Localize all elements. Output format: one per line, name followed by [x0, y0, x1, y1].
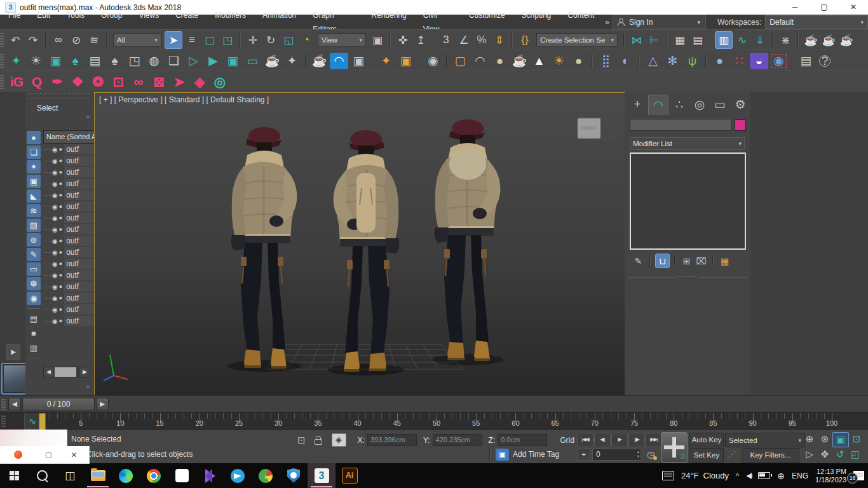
floating-mini-window[interactable]: ▢ ✕ — [0, 430, 90, 464]
workspaces-dropdown[interactable]: Default ▾ — [765, 15, 868, 29]
start-button[interactable] — [0, 463, 28, 488]
render-production-icon[interactable]: ☕ — [838, 32, 855, 48]
named-selection-sets-dropdown[interactable]: Create Selection Se▾ — [536, 33, 618, 47]
taskbar-kmplayer[interactable] — [196, 463, 224, 488]
taskbar-illustrator[interactable] — [336, 463, 363, 488]
tab-hierarchy[interactable]: ∴ — [670, 95, 689, 114]
visibility-eye-icon[interactable]: ◉ — [52, 249, 58, 256]
toggle-ribbon-icon[interactable]: ▥ — [715, 31, 733, 49]
go-to-end-button[interactable]: ▶▶| — [646, 433, 662, 447]
zoom-extents-icon[interactable]: ▣ — [832, 432, 849, 447]
toolbar-drag-handle[interactable] — [0, 32, 4, 48]
help-icon[interactable]: ? — [819, 55, 831, 67]
keyboard-shortcut-override-icon[interactable]: ↥ — [412, 32, 429, 48]
visibility-eye-icon[interactable]: ◉ — [52, 146, 58, 153]
isolate-selection-icon[interactable]: ⊡ — [297, 435, 306, 446]
scene-object-row[interactable]: ◉●outf — [43, 155, 94, 166]
make-unique-icon[interactable]: ⊞ — [680, 254, 693, 268]
add-time-tag[interactable]: ▣ Add Time Tag — [489, 448, 559, 461]
scene-object-row[interactable]: ◉●outf — [43, 315, 94, 327]
taskbar-hotspot-shield[interactable] — [280, 463, 308, 488]
minimize-button[interactable]: ─ — [780, 0, 810, 15]
color-balls-icon[interactable]: ∷ — [730, 53, 749, 69]
visibility-eye-icon[interactable]: ◉ — [52, 215, 58, 222]
frozen-dot-icon[interactable]: ● — [59, 158, 62, 164]
light-lister-icon[interactable]: ✦ — [377, 53, 395, 69]
play-region-icon[interactable]: ▷ — [184, 53, 203, 69]
select-and-manipulate-icon[interactable]: ✜ — [395, 32, 411, 48]
current-frame-field[interactable]: 0 ▴▾ — [592, 449, 641, 461]
flyout-arrow-button[interactable]: ▶ — [6, 344, 20, 360]
scene-object-row[interactable]: ◉●outf — [43, 281, 94, 292]
taskbar-file-explorer[interactable] — [84, 463, 112, 488]
select-and-rotate-icon[interactable]: ↻ — [262, 32, 279, 48]
viewport-label[interactable]: [ + ] [ Perspective ] [ Standard ] [ Def… — [99, 95, 269, 104]
curve-editor-icon[interactable]: ∿ — [734, 32, 750, 48]
previous-frame-button[interactable]: ◀|| — [594, 433, 611, 447]
scene-object-row[interactable]: ◉●outf — [43, 166, 94, 178]
light-icon[interactable]: ✦ — [7, 53, 25, 69]
mini-window-maximize[interactable]: ▢ — [45, 451, 51, 459]
rock-icon[interactable]: ✻ — [663, 53, 682, 69]
select-and-scale-icon[interactable]: ◱ — [280, 32, 297, 48]
snaps-toggle-icon[interactable]: 3 — [438, 32, 454, 48]
scene-object-row[interactable]: ◉●outf — [43, 304, 94, 315]
frozen-dot-icon[interactable]: ● — [59, 272, 62, 278]
scroll-left-arrow[interactable]: ◀ — [44, 367, 53, 377]
select-object-icon[interactable]: ➤ — [165, 31, 182, 49]
volume-icon[interactable]: ◀) — [746, 471, 751, 480]
taskbar-idm[interactable]: ↓ — [252, 463, 280, 488]
physical-camera-icon[interactable]: ◉ — [424, 53, 442, 69]
teapot-khaki-icon[interactable]: ☕ — [263, 53, 281, 69]
sun-positioner-icon[interactable]: ☀ — [27, 53, 45, 69]
zoom-all-icon[interactable]: ⊛ — [817, 432, 832, 446]
next-frame-arrow[interactable]: ▶ — [96, 398, 109, 411]
particle-grid-icon[interactable]: ⣿ — [597, 53, 615, 69]
horizontal-scrollbar[interactable]: ◀ ▶ — [43, 367, 90, 377]
bulb-settings-icon[interactable]: ✦ — [283, 53, 301, 69]
scene-object-row[interactable]: ◉●outf — [43, 292, 94, 304]
y-coordinate-field[interactable]: 420.235cm — [433, 434, 482, 446]
teapot-gold-icon[interactable]: ☕ — [510, 53, 529, 69]
safe-frame-icon[interactable]: ▭ — [243, 53, 262, 69]
visibility-eye-icon[interactable]: ◉ — [52, 169, 58, 176]
frame-step-arrows[interactable]: ◂▸ — [577, 448, 590, 461]
next-frame-button[interactable]: ||▶ — [628, 433, 645, 447]
perspective-viewport[interactable]: [ + ] [ Perspective ] [ Standard ] [ Def… — [94, 92, 626, 396]
taskbar-chrome[interactable] — [140, 463, 168, 488]
modifier-list-dropdown[interactable]: Modifier List ▾ — [630, 137, 745, 150]
camera-lister-icon[interactable]: ▣ — [397, 53, 415, 69]
list-view-icon[interactable]: ▤ — [27, 312, 41, 325]
moon-sphere-icon[interactable]: ◐ — [616, 53, 635, 69]
visibility-eye-icon[interactable]: ◉ — [52, 226, 58, 233]
frozen-dot-icon[interactable]: ● — [59, 180, 62, 187]
selection-set-dropdown[interactable]: Selected ▾ — [725, 433, 805, 447]
region-cube-icon[interactable]: ⊡ — [109, 74, 128, 90]
hidden-icons-chevron[interactable]: ^ — [736, 472, 739, 480]
camera-rig-icon[interactable]: ▣ — [46, 53, 65, 69]
rollout-divider[interactable] — [628, 277, 747, 278]
select-and-move-icon[interactable]: ✛ — [245, 32, 261, 48]
z-coordinate-field[interactable]: 0.0cm — [498, 434, 547, 446]
fingerprint-icon[interactable]: ◎ — [210, 74, 229, 90]
rectangular-selection-region-icon[interactable]: ▢ — [201, 32, 218, 48]
x-coordinate-field[interactable]: 393.396cm — [367, 434, 417, 446]
percent-snap-icon[interactable]: % — [473, 32, 490, 48]
selection-lock-icon[interactable] — [315, 436, 322, 444]
redo-icon[interactable]: ↷ — [25, 32, 41, 48]
rendered-frame-window-icon[interactable]: ☕ — [820, 32, 837, 48]
visibility-eye-icon[interactable]: ◉ — [52, 158, 58, 165]
frozen-dot-icon[interactable]: ● — [59, 169, 62, 175]
frozen-dot-icon[interactable]: ● — [59, 146, 62, 152]
display-cameras-icon[interactable]: ▣ — [27, 175, 41, 188]
scene-object-row[interactable]: ◉●outf — [43, 189, 94, 201]
angle-snap-icon[interactable]: ∠ — [456, 32, 472, 48]
maximize-button[interactable]: ▢ — [810, 0, 839, 15]
visibility-eye-icon[interactable]: ◉ — [52, 295, 58, 302]
task-view-button[interactable]: ◫ — [56, 463, 84, 488]
mini-window-close[interactable]: ✕ — [71, 451, 77, 459]
add-camera-icon[interactable]: ▣ — [224, 53, 242, 69]
display-lights-icon[interactable]: ✦ — [27, 160, 41, 173]
show-end-result-icon[interactable]: ⊔ — [655, 254, 670, 268]
blank-filter-icon[interactable]: ■ — [27, 327, 41, 340]
